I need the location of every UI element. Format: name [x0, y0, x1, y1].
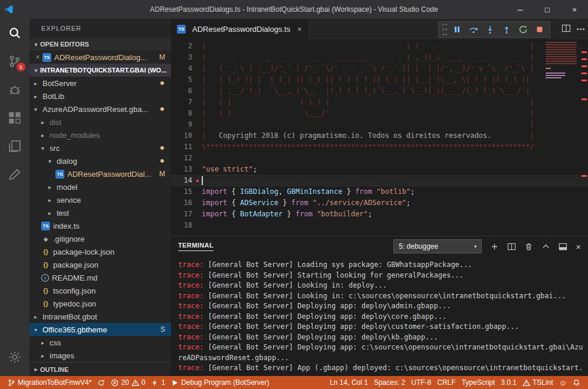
gutter [192, 108, 202, 119]
tree-item-model[interactable]: ▸model [29, 180, 171, 193]
terminal-output[interactable]: trace: [General Bot Server] Loading sys … [171, 256, 588, 376]
code-line-11[interactable]: 11\*************************************… [171, 141, 588, 153]
code-line-10[interactable]: 10| Copyright 2018 (c) pragmatismo.io. T… [171, 130, 588, 141]
code-line-7[interactable]: 7| | | ( )_) | | [171, 97, 588, 108]
more-actions-icon[interactable] [577, 28, 584, 30]
tree-item-css[interactable]: ▸css [29, 336, 171, 349]
problems-status[interactable]: 20 0 [108, 376, 148, 389]
terminal-line: trace: [General Bot Server] Deploying ap… [178, 342, 586, 363]
overview-ruler[interactable] [580, 39, 588, 236]
tslint-status[interactable]: TSLint [520, 378, 556, 387]
code-line-17[interactable]: 17import { BotAdapter } from "botbuilder… [171, 209, 588, 220]
debug-status[interactable]: Debug Program (BotServer) [168, 376, 272, 389]
source-control-icon[interactable]: 5 [0, 47, 29, 75]
tree-item-service[interactable]: ▸service [29, 193, 171, 206]
tree-item-gitignore[interactable]: ◆.gitignore [29, 232, 171, 245]
new-terminal-icon[interactable] [490, 242, 499, 251]
tree-item-index-ts[interactable]: TSindex.ts [29, 219, 171, 232]
tree-item-tsconfig-json[interactable]: {}tsconfig.json [29, 284, 171, 297]
code-line-6[interactable]: 6| | ,__/'(_) `\__,_)`\__ |(_) (_) (_)`\… [171, 85, 588, 97]
ts-version[interactable]: 3.0.1 [498, 378, 520, 387]
tab-adresetpassworddialogs[interactable]: TS ADResetPasswordDialogs.ts × [171, 19, 308, 39]
maximize-panel-icon[interactable] [541, 242, 550, 251]
close-button[interactable]: × [561, 0, 588, 19]
git-badge: M [159, 170, 165, 178]
cursor-position[interactable]: Ln 14, Col 1 [327, 378, 371, 387]
code-line-5[interactable]: 5| | (_) )| | ( (_| |( (_) || ( ) ( ) |(… [171, 74, 588, 85]
terminal-tab[interactable]: TERMINAL [178, 242, 213, 251]
tab-label: ADResetPasswordDialogs.ts [192, 25, 290, 34]
drag-handle-icon[interactable] [441, 22, 448, 37]
tree-item-intranetbot-gbot[interactable]: ▸IntranetBot.gbot [29, 310, 171, 323]
workspace-header[interactable]: ▾ INTRANETBOTQUICKSTART.GBAI (WO... [29, 64, 171, 77]
files-icon[interactable] [0, 132, 29, 160]
restart-icon[interactable] [515, 22, 531, 37]
code-line-12[interactable]: 12 [171, 153, 588, 164]
code-line-9[interactable]: 9| | [171, 119, 588, 130]
panel-position-icon[interactable] [559, 242, 567, 251]
minimap[interactable] [546, 42, 580, 82]
pause-icon[interactable] [449, 22, 465, 37]
terminal-line: trace: [General Bot Server] Starting loo… [178, 271, 586, 281]
language-mode[interactable]: TypeScript [459, 378, 498, 387]
close-panel-icon[interactable]: × [576, 242, 581, 252]
flash-status[interactable]: 1 [148, 376, 168, 389]
minimize-button[interactable]: ─ [507, 0, 534, 19]
step-out-icon[interactable] [499, 22, 514, 37]
encoding[interactable]: UTF-8 [408, 378, 434, 387]
stop-icon[interactable] [532, 22, 547, 37]
settings-gear-icon[interactable] [0, 343, 29, 371]
terminal-selector[interactable]: 5: debuggee ▾ [393, 239, 482, 253]
explorer-tree: ▸BotServer▸BotLib▾AzureADPasswordReset.g… [29, 77, 171, 362]
debug-icon[interactable] [0, 75, 29, 104]
search-icon[interactable] [0, 19, 29, 47]
outline-header[interactable]: ▸ OUTLINE [29, 362, 171, 376]
code-line-18[interactable]: 18 [171, 220, 588, 231]
code-line-4[interactable]: 4| ( '_`\ ( '__)/'_` ) /'_ `\/' _ ` _ `\… [171, 63, 588, 74]
eol-sequence[interactable]: CRLF [434, 378, 458, 387]
sync-status[interactable] [94, 376, 108, 389]
tree-item-dialog[interactable]: ▾dialog [29, 154, 171, 167]
tab-close-icon[interactable]: × [297, 25, 302, 34]
tree-item-package-lock-json[interactable]: {}package-lock.json [29, 245, 171, 258]
tree-item-office365-gbtheme[interactable]: ▾Office365.gbthemeS [29, 323, 171, 336]
split-editor-icon[interactable] [561, 24, 571, 35]
feedback-smiley[interactable]: ☺ [556, 379, 570, 387]
code-line-8[interactable]: 8| (_) \___/' | [171, 108, 588, 119]
edit-icon[interactable] [0, 160, 29, 189]
code-line-13[interactable]: 13"use strict"; [171, 164, 588, 175]
tree-item-images[interactable]: ▸images [29, 349, 171, 362]
terminal-line: trace: [General Bot Server] App (.gbapp)… [178, 363, 586, 376]
tree-item-botlib[interactable]: ▸BotLib [29, 90, 171, 103]
tree-item-package-json[interactable]: {}package.json [29, 258, 171, 271]
close-icon[interactable]: × [33, 53, 42, 61]
step-into-icon[interactable] [482, 22, 498, 37]
maximize-button[interactable]: □ [534, 0, 561, 19]
extensions-icon[interactable] [0, 104, 29, 132]
tree-item-typedoc-json[interactable]: {}typedoc.json [29, 297, 171, 310]
info-file-icon: i [41, 274, 49, 282]
code-line-3[interactable]: 3| _ _ _ __ _ _ __ ___ ___ _ _ | ,_)(_) … [171, 52, 588, 63]
split-terminal-icon[interactable] [507, 242, 516, 251]
open-editors-header[interactable]: ▾ OPEN EDITORS [29, 38, 171, 51]
code-line-15[interactable]: 15import { IGBDialog, GBMinInstance } fr… [171, 186, 588, 197]
git-branch-status[interactable]: MigrationToBotFmwV4* [5, 376, 94, 389]
code-editor[interactable]: 2| ( )_ _ |3| _ _ _ __ _ _ __ ___ ___ _ … [171, 39, 588, 236]
code-line-14[interactable]: 14◀ [171, 175, 588, 186]
tree-item-readme-md[interactable]: iREADME.md [29, 271, 171, 284]
step-over-icon[interactable] [466, 22, 481, 37]
indentation[interactable]: Spaces: 2 [371, 378, 408, 387]
code-line-2[interactable]: 2| ( )_ _ | [171, 41, 588, 52]
tree-item-botserver[interactable]: ▸BotServer [29, 77, 171, 90]
tree-item-azureadpasswordreset-gba[interactable]: ▾AzureADPasswordReset.gba... [29, 103, 171, 116]
tree-item-dist[interactable]: ▸dist [29, 116, 171, 128]
notifications[interactable] [570, 379, 583, 387]
tree-item-src[interactable]: ▾src [29, 141, 171, 154]
tree-item-adresetpassworddial[interactable]: TSADResetPasswordDial...M [29, 167, 171, 180]
tree-item-node-modules[interactable]: ▸node_modules [29, 128, 171, 141]
kill-terminal-icon[interactable] [524, 242, 533, 251]
tree-item-test[interactable]: ▸test [29, 206, 171, 219]
code-line-16[interactable]: 16import { ADService } from "../service/… [171, 197, 588, 209]
open-editor-item[interactable]: ×TSADResetPasswordDialog...M [29, 51, 171, 64]
activity-bar: 5 [0, 19, 29, 376]
